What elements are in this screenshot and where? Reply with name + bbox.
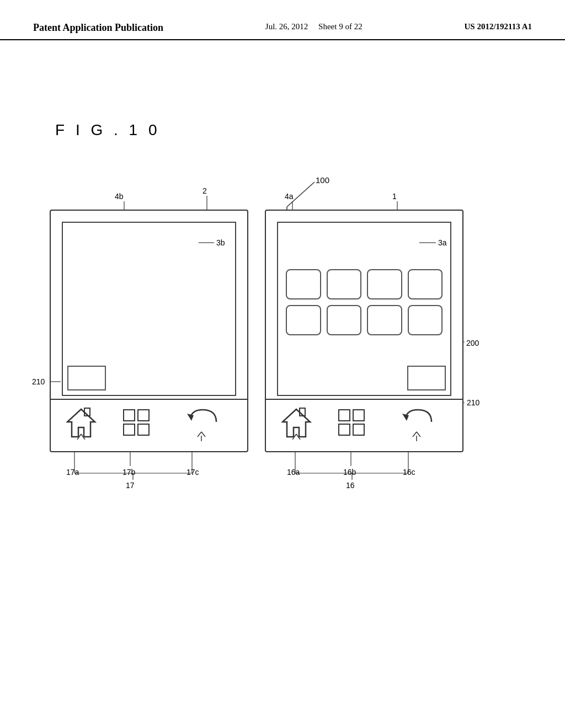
figure-title: F I G . 1 0 xyxy=(55,121,160,139)
app-cell-7 xyxy=(367,305,402,335)
widget-210-right xyxy=(407,366,446,390)
app-cell-6 xyxy=(327,305,362,335)
app-cell-8 xyxy=(408,305,443,335)
page-header: Patent Application Publication Jul. 26, … xyxy=(0,0,565,40)
svg-marker-15 xyxy=(282,409,310,437)
svg-line-27 xyxy=(417,432,420,437)
label-200: 200 xyxy=(466,339,479,347)
label-16c: 16c xyxy=(403,468,415,477)
apps-icon-17b xyxy=(122,409,150,436)
label-100: 100 xyxy=(316,175,329,185)
label-16a: 16a xyxy=(287,468,300,477)
app-cell-1 xyxy=(286,269,321,299)
label-17b: 17b xyxy=(122,468,135,477)
device-right-outer xyxy=(265,210,463,452)
back-icon-17c xyxy=(186,405,219,441)
svg-marker-24 xyxy=(402,414,409,421)
svg-rect-21 xyxy=(353,410,364,421)
svg-rect-20 xyxy=(339,410,350,421)
label-17c: 17c xyxy=(186,468,199,477)
label-4b: 4b xyxy=(115,192,124,201)
app-cell-4 xyxy=(408,269,443,299)
app-cell-5 xyxy=(286,305,321,335)
svg-line-26 xyxy=(413,432,417,437)
back-icon-16c xyxy=(401,405,434,441)
label-4a: 4a xyxy=(285,192,294,201)
header-right: US 2012/192113 A1 xyxy=(464,22,532,31)
label-210-left: 210 xyxy=(32,377,45,386)
app-cell-3 xyxy=(367,269,402,299)
app-grid-200 xyxy=(284,267,445,338)
header-left: Patent Application Publication xyxy=(33,22,163,34)
label-3b: 3b xyxy=(216,238,225,247)
apps-icon-16b xyxy=(338,409,365,436)
screen-3a xyxy=(277,222,451,396)
label-3a: 3a xyxy=(438,238,447,247)
label-17a: 17a xyxy=(66,468,79,477)
label-16b: 16b xyxy=(343,468,356,477)
svg-marker-2 xyxy=(67,409,95,437)
svg-line-14 xyxy=(201,432,205,437)
svg-rect-23 xyxy=(353,424,364,435)
svg-line-13 xyxy=(198,432,201,437)
label-17: 17 xyxy=(126,481,135,490)
app-cell-2 xyxy=(327,269,362,299)
svg-rect-10 xyxy=(138,424,149,435)
home-icon-16a xyxy=(281,406,312,440)
home-icon-17a xyxy=(66,406,97,440)
header-date: Jul. 26, 2012 xyxy=(265,22,308,31)
screen-3b xyxy=(62,222,236,396)
svg-rect-7 xyxy=(124,410,135,421)
label-1: 1 xyxy=(392,192,397,201)
bottom-bar-left xyxy=(51,399,247,451)
header-center: Jul. 26, 2012 Sheet 9 of 22 xyxy=(265,22,363,31)
widget-210-left xyxy=(67,366,106,390)
header-sheet: Sheet 9 of 22 xyxy=(318,22,363,31)
label-210-right: 210 xyxy=(467,398,479,407)
svg-marker-11 xyxy=(187,414,194,421)
svg-rect-9 xyxy=(124,424,135,435)
label-16: 16 xyxy=(346,481,355,490)
label-2: 2 xyxy=(202,186,207,195)
svg-rect-8 xyxy=(138,410,149,421)
bottom-bar-right xyxy=(266,399,462,451)
diagram-area: 100 xyxy=(44,171,519,557)
svg-rect-22 xyxy=(339,424,350,435)
